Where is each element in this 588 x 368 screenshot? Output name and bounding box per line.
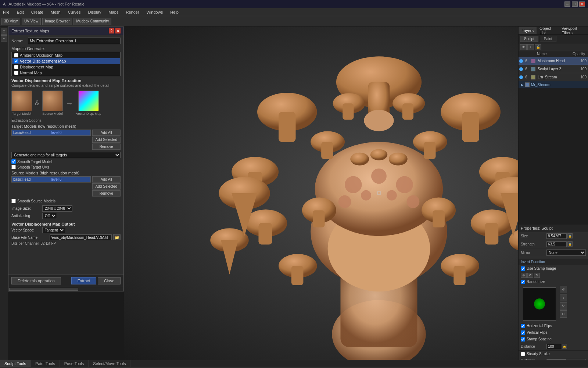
layer-add-btn[interactable]: + <box>527 44 534 50</box>
smooth-target-checkbox[interactable] <box>11 159 16 164</box>
steady-distance-label: Distance <box>521 358 546 360</box>
menu-edit[interactable]: Edit <box>15 9 25 15</box>
maximize-button[interactable]: □ <box>572 1 578 7</box>
base-file-input[interactable] <box>50 234 112 240</box>
source-model-row[interactable]: basicHead level 6 <box>12 177 90 182</box>
tool-tab-select-move[interactable]: Select/Move Tools <box>89 360 130 367</box>
browse-file-button[interactable]: 📁 <box>113 234 121 240</box>
distance-row: Distance 🔒 <box>519 343 588 351</box>
tool-tab-sculpt[interactable]: Sculpt Tools <box>0 360 31 367</box>
view-uv[interactable]: UV View <box>22 18 41 25</box>
mirror-select[interactable]: None X Y Z <box>546 250 586 256</box>
stamp-btn-1[interactable]: ⊙ <box>521 273 527 278</box>
viewport-filters-tab[interactable]: Viewport Filters <box>559 25 588 36</box>
dialog-help-button[interactable]: ? <box>109 28 114 33</box>
smooth-source-checkbox[interactable] <box>11 199 16 203</box>
dialog-close-button[interactable]: ✕ <box>115 28 121 33</box>
map-ambient-check[interactable] <box>14 53 18 57</box>
tool-tab-paint[interactable]: Paint Tools <box>31 360 60 367</box>
stamp-side-btn-3[interactable]: ↻ <box>560 302 567 309</box>
layer-row-sculpt-2[interactable]: 6 Sculpt Layer 2 100 <box>519 65 588 73</box>
source-remove-btn[interactable]: Remove <box>92 190 121 197</box>
map-displacement-check[interactable] <box>14 65 18 69</box>
arrow-symbol: → <box>66 99 73 107</box>
smooth-target-uvs-checkbox[interactable] <box>11 165 16 169</box>
tool-tab-pose[interactable]: Pose Tools <box>60 360 89 367</box>
source-add-all-btn[interactable]: Add All <box>92 176 121 183</box>
map-vector-check[interactable] <box>14 59 18 63</box>
menu-mesh[interactable]: Mesh <box>49 9 62 15</box>
steady-distance-slider[interactable] <box>546 359 586 360</box>
steady-stroke-checkbox[interactable] <box>521 352 525 356</box>
randomize-checkbox[interactable] <box>521 280 525 284</box>
menu-windows[interactable]: Windows <box>145 9 165 15</box>
stamp-image-preview[interactable] <box>523 287 556 321</box>
menu-file[interactable]: File <box>1 9 11 15</box>
delete-operation-button[interactable]: Delete this operation <box>11 277 61 284</box>
target-model-row[interactable]: basicHead level 0 <box>12 130 90 135</box>
scrollbar-thumb[interactable] <box>9 288 78 291</box>
layer-row-mushroom-head[interactable]: 6 Mushroom Head 100 <box>519 57 588 65</box>
size-lock-btn[interactable]: 🔒 <box>567 233 573 238</box>
layer-row-lrn[interactable]: 6 Lrn_Stream 100 <box>519 73 588 81</box>
extract-button[interactable]: Extract <box>71 277 96 284</box>
target-add-selected-btn[interactable]: Add Selected <box>92 137 121 143</box>
target-add-all-btn[interactable]: Add All <box>92 130 121 136</box>
menu-display[interactable]: Display <box>86 9 103 15</box>
menu-render[interactable]: Render <box>124 9 140 15</box>
menu-create[interactable]: Create <box>30 9 45 15</box>
layer-visible-btn[interactable]: 👁 <box>520 44 527 50</box>
h-flips-checkbox[interactable] <box>521 324 525 328</box>
vector-space-select[interactable]: Tangent Object World <box>42 227 65 233</box>
distance-lock-btn[interactable]: 🔒 <box>562 344 567 349</box>
source-add-selected-btn[interactable]: Add Selected <box>92 183 121 190</box>
map-vector-displacement[interactable]: Vector Displacement Map <box>12 58 120 64</box>
antialiasing-select[interactable]: Off 2x 4x <box>42 213 57 219</box>
minimize-button[interactable]: ─ <box>564 1 570 7</box>
distance-input[interactable] <box>546 344 561 349</box>
menu-help[interactable]: Help <box>169 9 180 15</box>
name-input[interactable] <box>28 38 121 44</box>
target-remove-btn[interactable]: Remove <box>92 144 121 150</box>
left-tool-2[interactable]: + <box>1 35 7 42</box>
map-normal-check[interactable] <box>14 71 18 75</box>
dialog-titlebar[interactable]: Extract Texture Maps ? ✕ <box>8 27 123 35</box>
layers-tab[interactable]: Layers <box>519 27 537 34</box>
vector-space-label: Vector Space: <box>11 228 41 232</box>
map-ambient-occlusion[interactable]: Ambient Occlusion Map <box>12 52 120 58</box>
stamp-spacing-checkbox[interactable] <box>521 337 525 342</box>
size-input[interactable] <box>546 233 567 239</box>
view-mudbox-community[interactable]: Mudbox Community <box>74 18 111 25</box>
paint-tab-btn[interactable]: Paint <box>540 36 556 42</box>
layers-actions: 👁 + 🔒 <box>519 43 588 51</box>
view-3d[interactable]: 3D View <box>1 18 20 25</box>
stamp-side-btn-2[interactable]: ↕ <box>560 294 567 301</box>
use-stamp-checkbox[interactable] <box>521 266 525 271</box>
viewport-3d[interactable] <box>124 26 518 360</box>
strength-lock-btn[interactable]: 🔒 <box>567 241 573 247</box>
left-tool-1[interactable]: ⊙ <box>1 28 7 35</box>
v-flips-checkbox[interactable] <box>521 330 525 335</box>
dialog-scrollbar[interactable] <box>8 287 123 291</box>
stamp-btn-3[interactable]: ↻ <box>534 273 540 278</box>
close-button[interactable]: ✕ <box>579 1 585 7</box>
model-group-mr-shroom[interactable]: ▶ Mr_Shroom <box>519 81 588 88</box>
sculpt-tab-btn[interactable]: Sculpt <box>520 36 538 42</box>
layer-lock-btn[interactable]: 🔒 <box>535 44 541 50</box>
menu-curves[interactable]: Curves <box>67 9 82 15</box>
stamp-side-btn-1[interactable]: ↺ <box>560 286 567 293</box>
close-dialog-button[interactable]: Close <box>98 277 121 284</box>
tool-tabs: Sculpt Tools Paint Tools Pose Tools Sele… <box>0 360 588 367</box>
image-size-select[interactable]: 2048 x 2048 1024 x 1024 4096 x 4096 <box>42 205 72 212</box>
map-displacement[interactable]: Displacement Map <box>12 64 120 70</box>
name-row: Name: <box>11 38 121 44</box>
map-normal[interactable]: Normal Map <box>12 70 120 76</box>
viewport[interactable]: Extract Texture Maps ? ✕ Name: Maps to G… <box>8 26 518 360</box>
strength-input[interactable] <box>546 241 567 247</box>
view-image-browser[interactable]: Image Browser <box>42 18 72 25</box>
stamp-side-btn-4[interactable]: ⊙ <box>560 310 567 318</box>
generate-map-dropdown[interactable]: Generate one map for all targets <box>11 152 121 158</box>
menu-maps[interactable]: Maps <box>107 9 120 15</box>
stamp-btn-2[interactable]: ↺ <box>527 273 533 278</box>
object-list-tab[interactable]: Object List <box>537 25 559 36</box>
